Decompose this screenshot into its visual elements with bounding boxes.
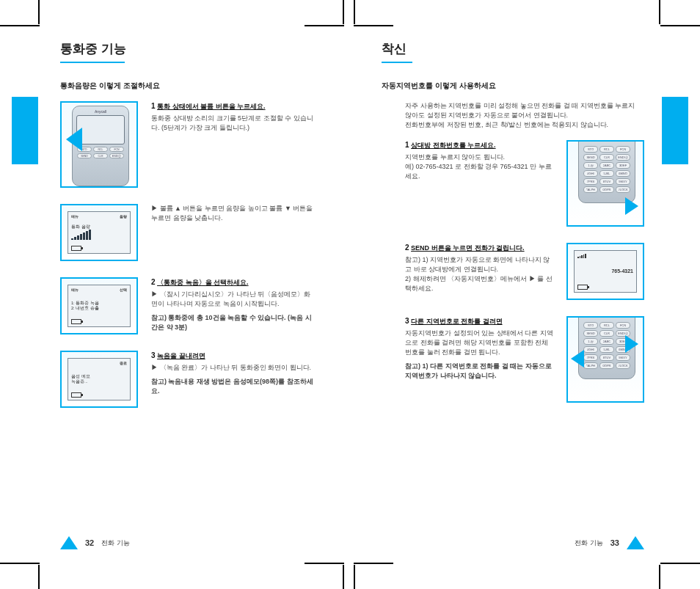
figure-lcd-recording: 종료 음성 메모 녹음중...: [60, 351, 138, 408]
page-left: 통화중 기능 통화음량은 이렇게 조절하세요 Anycall STO RCL F…: [45, 40, 338, 554]
figure-lcd-volume: 메뉴음량 통화 음량: [60, 204, 138, 261]
key: 0OPR: [599, 186, 614, 193]
page-footer: 32 전화 기능: [60, 536, 130, 549]
step-note: 참고) 녹음내용 재생 방법은 음성메모(98쪽)를 참조하세요.: [151, 377, 316, 396]
lcd-number: 765-4321: [577, 268, 633, 274]
title-rule: [60, 62, 125, 63]
step-body: 자동지역번호가 설정되어 있는 상태에서 다른 지역으로 전화를 걸려면 해당 …: [405, 329, 553, 356]
key: END/ⓞ: [616, 154, 630, 161]
lcd-softkey-right: 선택: [120, 288, 127, 292]
page-number: 32: [85, 538, 94, 547]
page-section-label: 전화 기능: [101, 538, 130, 548]
step-row: 2 SEND 버튼을 누르면 전화가 걸립니다. 참고) 1) 지역번호가 자동…: [367, 243, 659, 300]
step-row: Anycall STO RCL FCN SEND CLR END/ⓞ 1 통화 …: [45, 101, 338, 188]
section-intro: 자주 사용하는 지역번호를 미리 설정해 놓으면 전화를 걸 때 지역번호를 누…: [367, 101, 659, 140]
lcd-softkey-right: 음량: [120, 214, 127, 219]
battery-icon: [577, 285, 588, 290]
lcd-line: 녹음중...: [71, 379, 88, 384]
step-number: 2: [405, 244, 409, 252]
step-note: 참고) 통화중에 총 10건을 녹음할 수 있습니다. (녹음 시간은 약 3분…: [151, 313, 316, 332]
key: 1.@: [583, 162, 598, 169]
key: 7PRS: [583, 178, 598, 185]
phone-brand: Anycall: [95, 109, 106, 114]
step-body: 참고) 1) 지역번호가 자동으로 화면에 나타나지 않고 바로 상대방에게 연…: [405, 256, 553, 292]
callout-arrow-icon: [66, 128, 82, 151]
key: *ALPH: [583, 362, 598, 369]
callout-arrow-icon: [625, 197, 638, 215]
section-subtitle: 자동지역번호를 이렇게 사용하세요: [382, 81, 659, 91]
key: CLR: [599, 154, 614, 161]
signal-icon: [577, 253, 586, 258]
figure-keypad-enter-number: STO RCL FCN SEND CLR END/ⓞ 1.@ 2ABC 3DEF…: [566, 140, 644, 227]
step-body: 통화중 상대방 소리의 크기를 5단계로 조절할 수 있습니다. (5단계가 가…: [151, 114, 313, 131]
step-number: 1: [151, 102, 156, 110]
step-heading: 통화 상태에서 볼륨 버튼을 누르세요.: [157, 102, 266, 111]
key: *ALPH: [583, 186, 598, 193]
lcd-line: 2: 내번호 송출: [71, 306, 99, 310]
key: 9WXY: [616, 354, 630, 361]
step-body: ▶ 볼륨 ▲ 버튼을 누르면 음량을 높이고 볼륨 ▼ 버튼을 누르면 음량을 …: [151, 205, 313, 222]
step-note: 참고) 1) 다른 지역번호로 전화를 걸 때는 자동으로 지역번호가 나타나지…: [405, 362, 553, 381]
step-heading: 〈통화중 녹음〉을 선택하세요.: [157, 278, 249, 288]
step-heading: 녹음을 끝내려면: [157, 351, 205, 361]
step-row: 메뉴음량 통화 음량 ▶ 볼륨 ▲ 버튼을 누르면 음량을 높이고 볼륨 ▼ 버…: [45, 204, 338, 261]
step-heading: SEND 버튼을 누르면 전화가 걸립니다.: [411, 244, 525, 253]
key: FCN: [616, 146, 630, 153]
page-marker-icon: [60, 536, 78, 549]
key: 3DEF: [616, 162, 630, 169]
step-number: 1: [405, 141, 409, 149]
key: 7PRS: [583, 354, 598, 361]
lcd-line: 음성 메모: [71, 374, 90, 378]
key: 8TUV: [599, 178, 614, 185]
page-marker-icon: [627, 536, 644, 549]
key: FCN: [109, 147, 124, 152]
key: RCL: [599, 322, 614, 329]
page-title: 통화중 기능: [60, 40, 126, 57]
page-title: 착신: [382, 40, 406, 57]
callout-arrow-icon: [625, 335, 638, 353]
figure-keypad-other-area: STO RCL FCN SEND CLR END/ⓞ 1.@ 2ABC 3DEF…: [566, 316, 644, 403]
key: #LOCK: [616, 186, 630, 193]
step-row: 메뉴선택 1: 통화중 녹음 2: 내번호 송출 2 〈통화중 녹음〉을 선택하…: [45, 277, 338, 334]
step-body: ▶ 〈잠시 기다리십시오〉가 나타난 뒤〈음성메모〉화면이 나타나며 자동으로 …: [151, 290, 310, 307]
battery-icon: [71, 246, 81, 251]
step-row: 3 다른 지역번호로 전화를 걸려면 자동지역번호가 설정되어 있는 상태에서 …: [367, 316, 659, 403]
key: SEND: [77, 153, 92, 158]
step-body: 지역번호를 누르지 않아도 됩니다. 예) 02-765-4321 로 전화할 …: [405, 153, 552, 180]
lcd-softkey-left: 메뉴: [71, 214, 79, 219]
key: SEND: [583, 330, 598, 337]
key: 4GHI: [583, 346, 598, 353]
key: 2ABC: [599, 338, 614, 345]
key: STO: [583, 322, 598, 329]
key: 8TUV: [599, 354, 614, 361]
step-number: 2: [151, 278, 156, 286]
step-heading: 다른 지역번호로 전화를 걸려면: [411, 317, 503, 326]
lcd-softkey-left: 메뉴: [71, 288, 79, 292]
step-row: 1 상대방 전화번호를 누르세요. 지역번호를 누르지 않아도 됩니다. 예) …: [367, 140, 659, 227]
key: 6MNO: [616, 170, 630, 177]
page-footer: 33 전화 기능: [575, 536, 644, 549]
step-row: 종료 음성 메모 녹음중... 3 녹음을 끝내려면 ▶ 〈녹음 완료〉가 나타…: [45, 351, 338, 408]
key: 9WXY: [616, 178, 630, 185]
step-number: 3: [405, 317, 409, 325]
key: CLR: [93, 153, 108, 158]
battery-icon: [71, 392, 81, 398]
figure-lcd-record-menu: 메뉴선택 1: 통화중 녹음 2: 내번호 송출: [60, 277, 138, 334]
page-section-label: 전화 기능: [575, 538, 603, 548]
step-body: ▶ 〈녹음 완료〉가 나타난 뒤 통화중인 화면이 됩니다.: [151, 364, 311, 371]
callout-arrow-icon: [571, 350, 584, 367]
key: RCL: [93, 147, 108, 152]
key: 5JKL: [599, 346, 614, 353]
step-heading: 상대방 전화번호를 누르세요.: [411, 141, 496, 150]
lcd-softkey-right: 종료: [120, 361, 127, 365]
section-subtitle: 통화음량은 이렇게 조절하세요: [60, 81, 338, 91]
figure-lcd-dialing: 765-4321: [566, 243, 644, 300]
key: 2ABC: [599, 162, 614, 169]
step-number: 3: [151, 351, 156, 359]
page-number: 33: [610, 538, 619, 547]
key: SEND: [583, 154, 598, 161]
key: CLR: [599, 330, 614, 337]
key: FCN: [616, 322, 630, 329]
page-right: 착신 자동지역번호를 이렇게 사용하세요 자주 사용하는 지역번호를 미리 설정…: [367, 40, 659, 554]
thumb-tab-left: [12, 97, 38, 164]
